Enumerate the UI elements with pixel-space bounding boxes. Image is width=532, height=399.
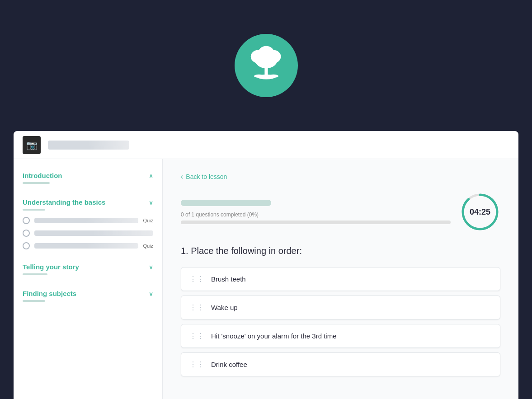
sidebar-section-subjects-header[interactable]: Finding subjects ∨ <box>23 286 153 300</box>
course-progress-bar <box>181 200 271 206</box>
progress-label: 0 of 1 questions completed (0%) <box>181 211 451 218</box>
svg-point-7 <box>268 75 278 78</box>
chevron-up-icon: ∧ <box>149 172 153 179</box>
drag-handle-3: ⋮⋮ <box>189 360 205 369</box>
main-area: Introduction ∧ Understanding the basics … <box>14 159 518 399</box>
chevron-down-icon-story: ∨ <box>149 263 153 271</box>
drag-handle-2: ⋮⋮ <box>189 332 205 340</box>
sidebar-section-introduction-title: Introduction <box>23 172 62 179</box>
sidebar-item-label-3 <box>34 243 138 249</box>
sidebar-section-understanding-title: Understanding the basics <box>23 198 105 206</box>
sidebar-section-understanding-header[interactable]: Understanding the basics ∨ <box>23 195 153 209</box>
course-title-skeleton <box>48 141 129 150</box>
sidebar-section-introduction-header[interactable]: Introduction ∧ <box>23 168 153 182</box>
sidebar-section-story-underline <box>23 273 47 275</box>
sidebar-section-understanding: Understanding the basics ∨ Quiz <box>14 195 162 259</box>
back-link-label: Back to lesson <box>186 173 227 180</box>
sidebar-section-subjects-title: Finding subjects <box>23 290 76 297</box>
sidebar-section-introduction-underline <box>23 182 50 184</box>
sidebar-item-radio-3 <box>23 242 30 249</box>
content-area: ‹ Back to lesson 0 of 1 questions comple… <box>163 159 518 399</box>
hero-section <box>0 0 532 131</box>
drag-item-0[interactable]: ⋮⋮ Brush teeth <box>181 267 500 291</box>
sidebar-section-story-header[interactable]: Telling your story ∨ <box>23 259 153 273</box>
question-body: Place the following in order: <box>191 246 302 256</box>
sidebar-item-label-2 <box>34 230 153 236</box>
top-bar: 📷 <box>14 131 518 159</box>
drag-list: ⋮⋮ Brush teeth ⋮⋮ Wake up ⋮⋮ Hit 'snooze… <box>181 267 500 376</box>
drag-item-text-0: Brush teeth <box>211 275 246 283</box>
progress-bar-bg <box>181 221 451 224</box>
bonsai-tree-icon <box>246 45 287 86</box>
sidebar-item-radio-1 <box>23 217 30 224</box>
sidebar-item-3[interactable]: Quiz <box>23 239 153 252</box>
sidebar-section-understanding-underline <box>23 209 45 211</box>
app-shell: 📷 Introduction ∧ Understanding the basic… <box>14 131 518 399</box>
drag-item-2[interactable]: ⋮⋮ Hit 'snooze' on your alarm for the 3r… <box>181 324 500 348</box>
sidebar-item-badge-3: Quiz <box>143 243 153 249</box>
question-text: 1. Place the following in order: <box>181 246 500 256</box>
sidebar-section-subjects-underline <box>23 300 45 302</box>
chevron-down-icon-subjects: ∨ <box>149 290 153 297</box>
drag-item-1[interactable]: ⋮⋮ Wake up <box>181 296 500 319</box>
sidebar-item-radio-2 <box>23 230 30 237</box>
drag-handle-1: ⋮⋮ <box>189 303 205 312</box>
sidebar-section-story: Telling your story ∨ <box>14 259 162 286</box>
sidebar-section-story-title: Telling your story <box>23 263 79 271</box>
sidebar-section-subjects: Finding subjects ∨ <box>14 286 162 313</box>
question-number: 1. <box>181 246 188 256</box>
chevron-down-icon-understanding: ∨ <box>149 199 153 206</box>
back-to-lesson-link[interactable]: ‹ Back to lesson <box>181 173 500 181</box>
drag-item-text-2: Hit 'snooze' on your alarm for the 3rd t… <box>211 332 337 340</box>
drag-item-3[interactable]: ⋮⋮ Drink coffee <box>181 352 500 376</box>
back-arrow-icon: ‹ <box>181 173 183 181</box>
sidebar: Introduction ∧ Understanding the basics … <box>14 159 163 399</box>
app-logo <box>235 34 298 97</box>
drag-handle-0: ⋮⋮ <box>189 275 205 283</box>
sidebar-item-label-1 <box>34 218 138 223</box>
sidebar-item-2[interactable] <box>23 227 153 239</box>
timer-circle: 04:25 <box>460 192 500 232</box>
drag-item-text-3: Drink coffee <box>211 361 247 368</box>
drag-item-text-1: Wake up <box>211 304 238 311</box>
svg-point-3 <box>258 46 274 61</box>
sidebar-item-badge-1: Quiz <box>143 218 153 223</box>
course-thumbnail: 📷 <box>23 136 41 154</box>
svg-point-6 <box>254 75 264 78</box>
progress-wrapper: 0 of 1 questions completed (0%) <box>181 200 451 224</box>
sidebar-item-1[interactable]: Quiz <box>23 214 153 227</box>
timer-display: 04:25 <box>470 207 490 217</box>
sidebar-section-introduction: Introduction ∧ <box>14 168 162 195</box>
progress-area: 0 of 1 questions completed (0%) 04:25 <box>181 192 500 232</box>
